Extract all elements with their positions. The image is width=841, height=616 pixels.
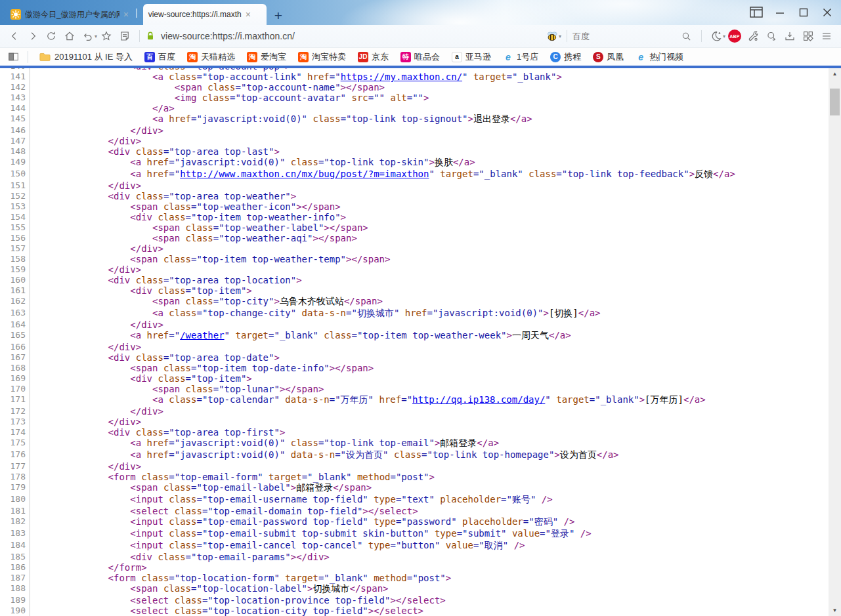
search-icon[interactable] [678, 28, 696, 45]
code-line: 184 <input class="top-email-cancel top-c… [0, 540, 829, 552]
code-line: 173 </div> [0, 417, 829, 427]
code-text: <div class="top-item"> [30, 285, 252, 296]
scroll-down-arrow[interactable]: ▼ [829, 605, 841, 616]
line-number: 178 [0, 472, 30, 482]
panel-view-icon[interactable] [749, 5, 764, 20]
back-icon[interactable] [5, 28, 24, 45]
bookmark-item[interactable]: 特唯品会 [400, 51, 440, 63]
code-line: 164 </div> [0, 319, 829, 330]
adblock-icon[interactable]: ABP [725, 28, 744, 45]
scroll-thumb[interactable] [830, 89, 840, 115]
code-line: 150 <a href="http://www.maxthon.cn/mx/bu… [0, 169, 829, 180]
line-number: 158 [0, 254, 30, 264]
bookmark-item[interactable]: 淘天猫精选 [187, 51, 235, 63]
dev-wrench-icon[interactable] [744, 28, 762, 45]
code-text: <span class="top-item top-weather-temp">… [30, 254, 390, 264]
code-text: </div> [30, 342, 141, 352]
code-line: 182 <input class="top-email-password top… [0, 516, 829, 528]
line-number: 166 [0, 342, 30, 352]
code-line: 144 </a> [0, 103, 829, 113]
reading-notes-icon[interactable] [116, 28, 134, 45]
lock-icon[interactable] [145, 30, 156, 42]
bookmark-item[interactable]: e1号店 [503, 51, 538, 63]
bookmark-label: 爱淘宝 [261, 51, 286, 63]
favorite-star-icon[interactable] [97, 28, 116, 45]
code-text: <span class="top-location-label">切换城市</s… [30, 583, 389, 595]
code-text: </div> [30, 180, 141, 191]
source-link[interactable]: http://www.maxthon.cn/mx/bug/post/?m=ima… [180, 169, 429, 179]
tools-divider [701, 30, 702, 42]
url-text: view-source:https://i.maxthon.cn/ [161, 31, 295, 41]
code-line: 189 <select class="top-location-province… [0, 595, 829, 606]
minimize-icon[interactable] [773, 5, 787, 20]
page-find-icon[interactable] [762, 28, 781, 45]
line-number: 177 [0, 461, 30, 472]
code-line: 147 </div> [0, 136, 829, 146]
tab-view-source[interactable]: view-source:https://i.maxth × [143, 4, 267, 25]
code-text: <img class="top-account-avatar" src="" a… [30, 92, 429, 103]
source-link[interactable]: https://my.maxthon.cn/ [341, 72, 462, 82]
code-text: </a> [30, 103, 175, 113]
home-icon[interactable] [60, 28, 79, 45]
code-line: 187 <form class="top-location-form" targ… [0, 573, 829, 583]
folder-icon [39, 52, 51, 62]
code-line: 157 </div> [0, 243, 829, 254]
main-menu-icon[interactable] [817, 28, 836, 45]
browser-window: 傲游今日_傲游用户专属的网 × | view-source:https://i.… [0, 0, 841, 616]
forward-icon[interactable] [24, 28, 42, 45]
code-text: <form class="top-email-form" target="_bl… [30, 472, 435, 482]
new-tab-button[interactable]: + [274, 9, 282, 22]
scroll-up-arrow[interactable]: ▲ [829, 68, 841, 79]
bookmark-item[interactable]: S凤凰 [593, 51, 624, 63]
tab-close-icon[interactable]: × [246, 9, 251, 20]
maximize-icon[interactable] [796, 5, 811, 20]
source-link[interactable]: http://qq.ip138.com/day/ [412, 394, 545, 405]
bookmark-item[interactable]: 淘淘宝特卖 [298, 51, 346, 63]
line-number: 174 [0, 427, 30, 438]
tab-close-icon[interactable]: × [123, 9, 129, 20]
code-text: <div class="top-area top-date"> [30, 352, 280, 363]
reload-icon[interactable] [42, 28, 60, 45]
line-number: 182 [0, 516, 30, 528]
bookmark-item[interactable]: e热门视频 [636, 51, 683, 63]
tab-maxthon-today[interactable]: 傲游今日_傲游用户专属的网 × [5, 4, 134, 25]
bookmarks-list: 百百度淘天猫精选淘爱淘宝淘淘宝特卖JD京东特唯品会a亚马逊e1号店C携程S凤凰e… [139, 51, 689, 63]
code-line: 165 <a href="/weather" target="_blank" c… [0, 330, 829, 342]
line-number: 153 [0, 201, 30, 212]
line-number: 181 [0, 506, 30, 516]
line-number: 143 [0, 92, 30, 103]
code-text: <a href="javascript:void(0)" class="top-… [30, 113, 532, 125]
line-number: 183 [0, 528, 30, 540]
bookmark-item[interactable]: JD京东 [358, 51, 389, 63]
bookmark-item[interactable]: C携程 [550, 51, 581, 63]
close-icon[interactable] [820, 5, 834, 20]
bookmarks-divider [28, 51, 28, 63]
line-number: 147 [0, 136, 30, 146]
jd-icon: JD [358, 52, 368, 62]
line-number: 151 [0, 180, 30, 191]
downloads-icon[interactable] [781, 28, 799, 45]
bookmark-item[interactable]: 淘爱淘宝 [247, 51, 286, 63]
tab-title: view-source:https://i.maxth [148, 10, 242, 19]
code-line: 176 <a href="javascript:void(0)" data-s-… [0, 449, 829, 461]
code-text: <div class="top-area top-location"> [30, 275, 302, 285]
code-line: 155 <span class="top-weather-label"></sp… [0, 222, 829, 233]
code-text: <div class="top-area top-first"> [30, 427, 285, 438]
bookmark-item[interactable]: a亚马逊 [452, 51, 491, 63]
line-number: 180 [0, 494, 30, 506]
vertical-scrollbar[interactable]: ▲ ▼ [829, 68, 841, 616]
search-engine-caret[interactable]: ▾ [559, 33, 561, 39]
bookmark-folder[interactable]: 20191101 从 IE 导入 [39, 51, 133, 63]
bookmark-item[interactable]: 百百度 [144, 51, 175, 63]
source-link[interactable]: /weather [180, 330, 224, 340]
sidebar-toggle-icon[interactable] [4, 49, 22, 66]
quick-apps-icon[interactable] [799, 28, 817, 45]
code-line: 152 <div class="top-area top-weather"> [0, 191, 829, 201]
code-text: <span class="top-account-name"></span> [30, 82, 385, 92]
bookmark-label: 淘宝特卖 [312, 51, 346, 63]
code-line: 179 <span class="top-email-label">邮箱登录</… [0, 482, 829, 494]
line-number: 160 [0, 275, 30, 285]
bookmark-label: 凤凰 [607, 51, 624, 63]
address-bar[interactable]: view-source:https://i.maxthon.cn/ [145, 30, 543, 42]
search-input[interactable] [572, 31, 678, 41]
